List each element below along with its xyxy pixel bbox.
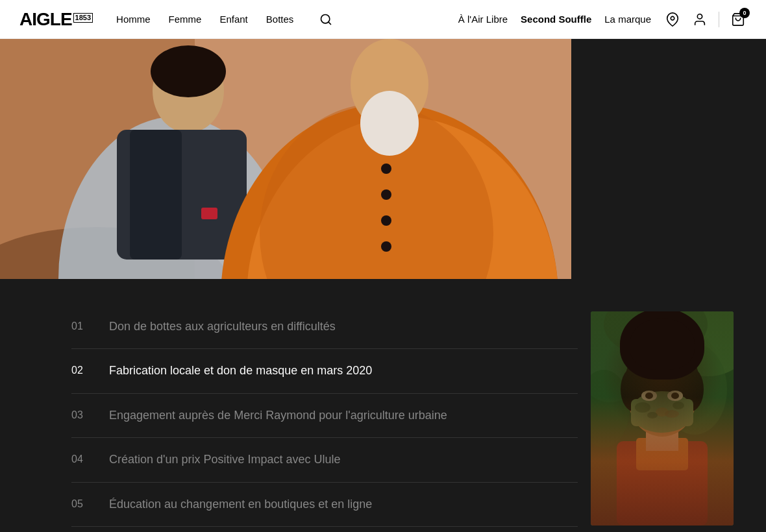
nav-air-libre[interactable]: À l'Air Libre — [458, 14, 508, 25]
list-item-text: Don de bottes aux agriculteurs en diffic… — [109, 319, 336, 334]
svg-point-18 — [360, 91, 419, 156]
svg-rect-24 — [591, 311, 734, 526]
svg-point-20 — [381, 189, 391, 200]
svg-rect-30 — [617, 441, 708, 526]
hero-illustration — [0, 39, 578, 279]
list-item-number: 04 — [71, 452, 91, 465]
svg-point-3 — [697, 14, 702, 18]
svg-point-25 — [591, 311, 649, 402]
search-button[interactable] — [317, 10, 335, 29]
nav-homme[interactable]: Homme — [116, 14, 151, 25]
account-button[interactable] — [691, 11, 708, 28]
search-icon — [319, 13, 332, 26]
svg-point-10 — [151, 45, 226, 97]
svg-point-40 — [656, 407, 669, 417]
svg-rect-31 — [636, 438, 688, 470]
logo-year: 1853 — [73, 13, 93, 23]
svg-point-22 — [381, 241, 391, 252]
dark-section: 01Don de bottes aux agriculteurs en diff… — [0, 279, 766, 532]
location-button[interactable] — [664, 11, 681, 28]
secondary-nav: À l'Air Libre Second Souffle La marque — [458, 14, 651, 25]
side-photo — [591, 311, 734, 526]
list-item-text: Fabrication locale et don de masque en m… — [109, 363, 372, 378]
svg-point-43 — [665, 410, 679, 418]
logo-aigle: AIGLE — [19, 10, 72, 29]
svg-rect-23 — [571, 39, 578, 279]
svg-point-39 — [635, 402, 650, 413]
list-item[interactable]: 01Don de bottes aux agriculteurs en diff… — [71, 305, 578, 349]
header-left: AIGLE 1853 Homme Femme Enfant Bottes — [19, 10, 335, 29]
svg-point-21 — [381, 215, 391, 226]
svg-point-41 — [673, 402, 684, 409]
nav-second-souffle[interactable]: Second Souffle — [521, 14, 591, 25]
list-item-text: Engagement auprès de Merci Raymond pour … — [109, 408, 447, 423]
svg-point-36 — [675, 367, 704, 412]
list-area: 01Don de bottes aux agriculteurs en diff… — [0, 279, 591, 532]
svg-point-45 — [667, 391, 683, 401]
cart-button[interactable]: 0 — [730, 11, 747, 28]
svg-point-35 — [621, 367, 649, 412]
site-header: AIGLE 1853 Homme Femme Enfant Bottes À l… — [0, 0, 766, 39]
list-item-number: 03 — [71, 408, 91, 421]
account-icon — [693, 12, 707, 27]
svg-point-42 — [647, 412, 658, 418]
svg-point-27 — [604, 311, 708, 357]
svg-point-29 — [591, 370, 630, 448]
svg-point-44 — [641, 391, 657, 401]
nav-la-marque[interactable]: La marque — [604, 14, 651, 25]
cart-badge: 0 — [739, 8, 750, 18]
main-content: 01Don de bottes aux agriculteurs en diff… — [0, 0, 766, 532]
svg-point-19 — [381, 163, 391, 174]
list-item-number: 05 — [71, 497, 91, 510]
header-right: À l'Air Libre Second Souffle La marque — [458, 11, 747, 28]
list-item-number: 02 — [71, 363, 91, 376]
svg-rect-12 — [130, 130, 182, 260]
list-item[interactable]: 04Création d'un prix Positive Impact ave… — [71, 438, 578, 482]
main-nav: Homme Femme Enfant Bottes — [116, 14, 293, 25]
svg-point-34 — [626, 347, 698, 405]
svg-rect-38 — [631, 399, 693, 426]
hero-section — [0, 39, 766, 279]
nav-bottes[interactable]: Bottes — [266, 14, 294, 25]
header-icons: 0 — [664, 11, 747, 28]
nav-enfant[interactable]: Enfant — [219, 14, 247, 25]
header-divider — [719, 12, 719, 27]
list-item[interactable]: 03Engagement auprès de Merci Raymond pou… — [71, 394, 578, 438]
svg-rect-32 — [646, 412, 678, 451]
svg-point-2 — [671, 16, 674, 20]
svg-point-46 — [645, 393, 653, 399]
svg-point-28 — [662, 344, 727, 435]
hero-image — [0, 39, 578, 279]
svg-rect-13 — [201, 208, 217, 219]
svg-point-37 — [631, 391, 693, 433]
logo-link[interactable]: AIGLE 1853 — [19, 10, 93, 29]
svg-point-33 — [628, 361, 696, 437]
side-image-area — [591, 292, 740, 532]
svg-line-1 — [328, 21, 331, 24]
list-item-text: Éducation au changement en boutiques et … — [109, 497, 372, 512]
list-item-number: 01 — [71, 319, 91, 332]
side-photo-illustration — [591, 311, 734, 526]
hero-dark-area — [578, 39, 766, 279]
nav-femme[interactable]: Femme — [169, 14, 202, 25]
svg-point-47 — [671, 393, 679, 399]
location-icon — [665, 12, 680, 27]
list-item[interactable]: 05Éducation au changement en boutiques e… — [71, 483, 578, 527]
list-item[interactable]: 02Fabrication locale et don de masque en… — [71, 349, 578, 393]
list-item-text: Création d'un prix Positive Impact avec … — [109, 452, 341, 467]
svg-point-26 — [662, 311, 734, 376]
